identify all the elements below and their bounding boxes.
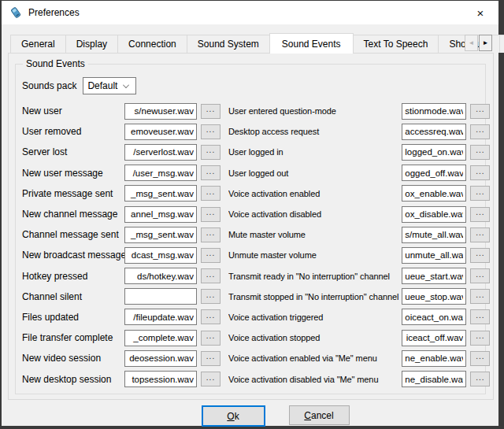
sound-file-input-voiceact-disabled[interactable] (402, 206, 466, 223)
browse-button-file-transfer-complete[interactable]: ... (201, 331, 220, 346)
sound-file-input-transmit-ready[interactable] (402, 268, 466, 284)
event-label: Desktop access request (228, 127, 402, 136)
event-label: User logged out (228, 168, 402, 178)
browse-button-question-mode[interactable]: ... (470, 104, 490, 119)
browse-button-new-user-message[interactable]: ... (201, 165, 220, 180)
browse-button-new-desktop-session[interactable]: ... (201, 372, 220, 386)
sound-file-input-user-logged-out[interactable] (402, 165, 466, 181)
event-row-new-broadcast-message: New broadcast message ... (22, 245, 220, 265)
sound-file-input-voiceact-enabled-me-menu[interactable] (402, 350, 466, 367)
event-row-user-logged-in: User logged in ... (228, 142, 490, 162)
browse-button-voiceact-enabled[interactable]: ... (470, 186, 490, 201)
event-row-user-logged-out: User logged out ... (228, 163, 490, 183)
sound-events-group: Sound Events Sounds pack Default (15, 64, 486, 394)
browse-button-mute-master[interactable]: ... (470, 227, 490, 242)
sound-file-input-voiceact-disabled-me-menu[interactable] (402, 371, 466, 387)
browse-button-new-channel-message[interactable]: ... (201, 207, 220, 222)
sound-file-input-voiceact-enabled[interactable] (402, 185, 466, 202)
sound-file-input-server-lost[interactable] (124, 144, 197, 161)
event-label: Transmit stopped in "No interruption" ch… (228, 292, 402, 301)
event-label: Hotkey pressed (22, 271, 124, 282)
cancel-button[interactable]: Cancel (289, 405, 350, 425)
event-row-new-user-message: New user message ... (22, 163, 220, 183)
browse-button-voiceact-disabled-me-menu[interactable]: ... (470, 372, 490, 386)
sound-file-input-voiceact-triggered[interactable] (402, 309, 466, 325)
tab-pane: Sound Events Sounds pack Default (8, 53, 494, 400)
browse-button-new-user[interactable]: ... (201, 104, 220, 119)
tab-general[interactable]: General (10, 35, 66, 53)
sound-file-input-new-desktop-session[interactable] (124, 371, 197, 387)
sound-file-input-question-mode[interactable] (402, 103, 466, 120)
event-row-unmute-master: Unmute master volume ... (228, 245, 490, 265)
tab-scroll-right-icon[interactable]: ► (479, 35, 492, 51)
sound-file-input-channel-message-sent[interactable] (124, 227, 197, 243)
sound-file-input-voiceact-stopped[interactable] (402, 330, 466, 346)
event-label: New desktop session (22, 374, 124, 385)
browse-button-channel-message-sent[interactable]: ... (201, 227, 220, 242)
sound-file-input-file-transfer-complete[interactable] (124, 330, 197, 346)
browse-button-hotkey-pressed[interactable]: ... (201, 268, 220, 283)
tab-display[interactable]: Display (65, 35, 118, 53)
event-row-user-removed: User removed ... (22, 121, 220, 142)
browse-button-voiceact-triggered[interactable]: ... (470, 309, 490, 324)
tab-sound-system[interactable]: Sound System (187, 35, 270, 53)
sound-file-input-transmit-stopped[interactable] (402, 288, 466, 305)
sound-file-input-new-user-message[interactable] (124, 165, 197, 181)
event-label: File transfer complete (22, 332, 124, 343)
browse-button-new-broadcast-message[interactable]: ... (201, 248, 220, 263)
tab-video[interactable]: Video (499, 35, 504, 53)
browse-button-user-logged-in[interactable]: ... (470, 145, 490, 160)
browse-button-desktop-access-request[interactable]: ... (470, 124, 490, 139)
sound-file-input-new-user[interactable] (124, 103, 197, 120)
browse-button-channel-silent[interactable]: ... (201, 289, 220, 304)
event-label: Channel message sent (22, 229, 124, 240)
browse-button-transmit-ready[interactable]: ... (470, 268, 490, 283)
tab-scroll-buttons: ◄ ► (464, 35, 492, 51)
browse-button-user-removed[interactable]: ... (201, 124, 220, 139)
browse-button-new-video-session[interactable]: ... (201, 351, 220, 366)
event-label: Voice activation stopped (228, 333, 402, 342)
sound-file-input-user-logged-in[interactable] (402, 144, 466, 161)
sound-file-input-files-updated[interactable] (124, 309, 197, 325)
ok-button[interactable]: Ok (202, 405, 265, 427)
event-row-desktop-access-request: Desktop access request ... (228, 121, 490, 142)
event-row-server-lost: Server lost ... (22, 142, 220, 162)
sound-file-input-channel-silent[interactable] (124, 288, 197, 305)
close-button[interactable]: × (462, 1, 498, 24)
sound-file-input-hotkey-pressed[interactable] (124, 268, 197, 284)
tab-scroll-left-icon[interactable]: ◄ (465, 35, 478, 51)
event-label: New user message (22, 168, 124, 179)
event-label: Voice activation enabled via "Me" menu (228, 353, 402, 363)
event-row-new-video-session: New video session ... (22, 348, 220, 368)
sound-file-input-user-removed[interactable] (124, 124, 197, 140)
sound-file-input-new-broadcast-message[interactable] (124, 247, 197, 264)
event-label: New broadcast message (22, 250, 124, 261)
event-row-voiceact-enabled-me-menu: Voice activation enabled via "Me" menu .… (228, 348, 490, 368)
events-column-left: New user ... User removed ... Server los… (22, 101, 220, 390)
browse-button-unmute-master[interactable]: ... (470, 248, 490, 263)
browse-button-server-lost[interactable]: ... (201, 145, 220, 160)
event-row-voiceact-disabled-me-menu: Voice activation disabled via "Me" menu … (228, 368, 490, 389)
group-label: Sound Events (23, 58, 88, 69)
app-icon (9, 6, 23, 20)
event-label: User entered question-mode (228, 106, 402, 116)
browse-button-private-message-sent[interactable]: ... (201, 186, 220, 201)
sound-file-input-mute-master[interactable] (402, 227, 466, 243)
browse-button-voiceact-stopped[interactable]: ... (470, 331, 490, 346)
browse-button-voiceact-enabled-me-menu[interactable]: ... (470, 351, 490, 366)
sounds-pack-select[interactable]: Default (83, 77, 136, 94)
window-title: Preferences (28, 7, 80, 18)
sound-file-input-desktop-access-request[interactable] (402, 124, 466, 140)
browse-button-voiceact-disabled[interactable]: ... (470, 207, 490, 222)
sound-file-input-private-message-sent[interactable] (124, 185, 197, 202)
sound-file-input-new-channel-message[interactable] (124, 206, 197, 223)
event-label: New channel message (22, 209, 124, 220)
browse-button-files-updated[interactable]: ... (201, 309, 220, 324)
tab-sound-events[interactable]: Sound Events (269, 33, 354, 54)
tab-text-to-speech[interactable]: Text To Speech (353, 35, 439, 53)
browse-button-user-logged-out[interactable]: ... (470, 165, 490, 180)
browse-button-transmit-stopped[interactable]: ... (470, 289, 490, 304)
sound-file-input-new-video-session[interactable] (124, 350, 197, 367)
tab-connection[interactable]: Connection (117, 35, 187, 53)
sound-file-input-unmute-master[interactable] (402, 247, 466, 264)
